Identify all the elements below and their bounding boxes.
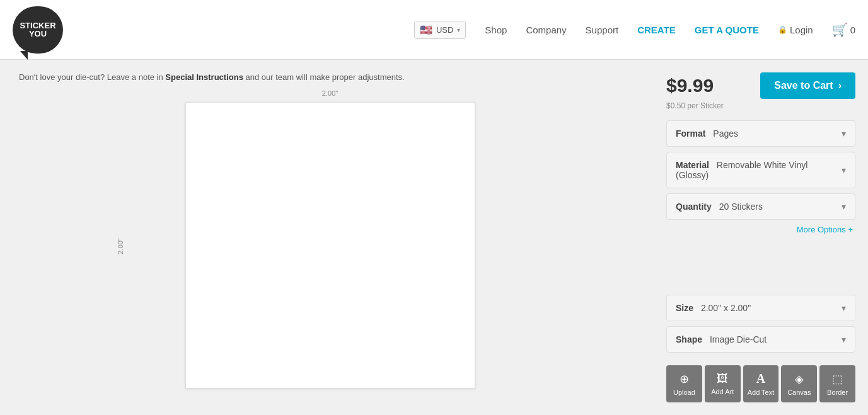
lock-icon: 🔒 xyxy=(778,25,787,34)
add-art-icon: 🖼 xyxy=(717,372,728,385)
sticker-canvas[interactable] xyxy=(185,102,475,389)
quantity-selector[interactable]: Quantity 20 Stickers ▾ xyxy=(666,193,855,220)
canvas-icon: ◈ xyxy=(795,372,804,386)
size-label: Size xyxy=(676,303,693,313)
format-chevron-icon: ▾ xyxy=(842,128,846,139)
save-cart-chevron-icon: › xyxy=(838,80,842,91)
nav-quote[interactable]: GET A QUOTE xyxy=(695,25,759,35)
border-button[interactable]: ⬚ Border xyxy=(819,365,855,402)
currency-selector[interactable]: 🇺🇸 USD ▾ xyxy=(414,21,466,39)
format-label: Format xyxy=(676,128,705,139)
size-selector[interactable]: Size 2.00" x 2.00" ▾ xyxy=(666,295,855,321)
quantity-value: 20 Stickers xyxy=(719,202,763,212)
add-text-label: Add Text xyxy=(748,389,775,396)
editing-toolbar: ⊕ Upload 🖼 Add Art A Add Text ◈ Canvas ⬚… xyxy=(666,365,855,402)
logo-area: STICKER YOU xyxy=(13,6,63,54)
dimension-left: 2.00" xyxy=(117,238,124,254)
nav-login[interactable]: 🔒 Login xyxy=(778,25,813,35)
material-label: Material xyxy=(676,160,709,170)
die-cut-notice: Don't love your die-cut? Leave a note in… xyxy=(19,72,641,82)
login-label: Login xyxy=(790,25,813,35)
cart-button[interactable]: 🛒 0 xyxy=(832,22,855,37)
nav-support[interactable]: Support xyxy=(586,25,619,35)
cart-icon: 🛒 xyxy=(832,22,848,37)
material-option: Material Removable White Vinyl (Glossy) xyxy=(676,160,842,180)
canvas-label: Canvas xyxy=(787,389,811,396)
price-row: $9.99 Save to Cart › xyxy=(666,72,855,99)
canvas-area: Don't love your die-cut? Leave a note in… xyxy=(0,60,654,415)
add-art-label: Add Art xyxy=(711,388,734,395)
border-icon: ⬚ xyxy=(832,372,843,386)
main-layout: Don't love your die-cut? Leave a note in… xyxy=(0,60,868,415)
save-to-cart-button[interactable]: Save to Cart › xyxy=(760,72,855,99)
shape-chevron-icon: ▾ xyxy=(842,334,846,344)
main-nav: 🇺🇸 USD ▾ Shop Company Support CREATE GET… xyxy=(414,21,855,39)
cart-count: 0 xyxy=(850,25,855,35)
add-text-icon: A xyxy=(756,372,765,386)
shape-selector[interactable]: Shape Image Die-Cut ▾ xyxy=(666,326,855,353)
material-chevron-icon: ▾ xyxy=(842,165,846,175)
add-text-button[interactable]: A Add Text xyxy=(743,365,779,402)
notice-highlight: Special Instructions xyxy=(165,72,243,82)
price-per-sticker: $0.50 per Sticker xyxy=(666,101,855,110)
nav-company[interactable]: Company xyxy=(526,25,566,35)
format-value: Pages xyxy=(713,128,738,139)
shape-option: Shape Image Die-Cut xyxy=(676,334,767,344)
notice-end: and our team will make proper adjustment… xyxy=(246,72,405,82)
quantity-label: Quantity xyxy=(676,202,712,212)
size-option: Size 2.00" x 2.00" xyxy=(676,303,751,313)
size-chevron-icon: ▾ xyxy=(842,303,846,313)
dimension-top: 2.00" xyxy=(322,89,338,97)
currency-label: USD xyxy=(436,25,453,35)
right-panel: $9.99 Save to Cart › $0.50 per Sticker F… xyxy=(654,60,868,415)
site-logo[interactable]: STICKER YOU xyxy=(13,6,63,54)
upload-button[interactable]: ⊕ Upload xyxy=(666,365,702,402)
save-cart-label: Save to Cart xyxy=(774,80,833,91)
shape-value: Image Die-Cut xyxy=(710,334,767,344)
notice-plain: Don't love your die-cut? xyxy=(19,72,105,82)
size-value: 2.00" x 2.00" xyxy=(701,303,751,313)
upload-label: Upload xyxy=(673,389,695,396)
logo-line2: YOU xyxy=(29,30,47,38)
flag-icon: 🇺🇸 xyxy=(420,24,432,36)
currency-chevron-icon: ▾ xyxy=(457,26,460,33)
more-options-link[interactable]: More Options + xyxy=(666,225,855,234)
product-price: $9.99 xyxy=(666,75,714,96)
format-selector[interactable]: Format Pages ▾ xyxy=(666,120,855,147)
nav-shop[interactable]: Shop xyxy=(485,25,507,35)
site-header: STICKER YOU 🇺🇸 USD ▾ Shop Company Suppor… xyxy=(0,0,868,60)
add-art-button[interactable]: 🖼 Add Art xyxy=(705,365,741,402)
quantity-option: Quantity 20 Stickers xyxy=(676,202,763,212)
quantity-chevron-icon: ▾ xyxy=(842,202,846,212)
border-label: Border xyxy=(827,389,848,396)
material-selector[interactable]: Material Removable White Vinyl (Glossy) … xyxy=(666,152,855,188)
upload-icon: ⊕ xyxy=(680,372,689,386)
format-option: Format Pages xyxy=(676,128,738,139)
canvas-button[interactable]: ◈ Canvas xyxy=(781,365,817,402)
shape-label: Shape xyxy=(676,334,702,344)
canvas-wrapper: 2.00" 2.00" xyxy=(19,89,641,402)
nav-create[interactable]: CREATE xyxy=(637,25,676,35)
notice-mid: Leave a note in xyxy=(107,72,166,82)
